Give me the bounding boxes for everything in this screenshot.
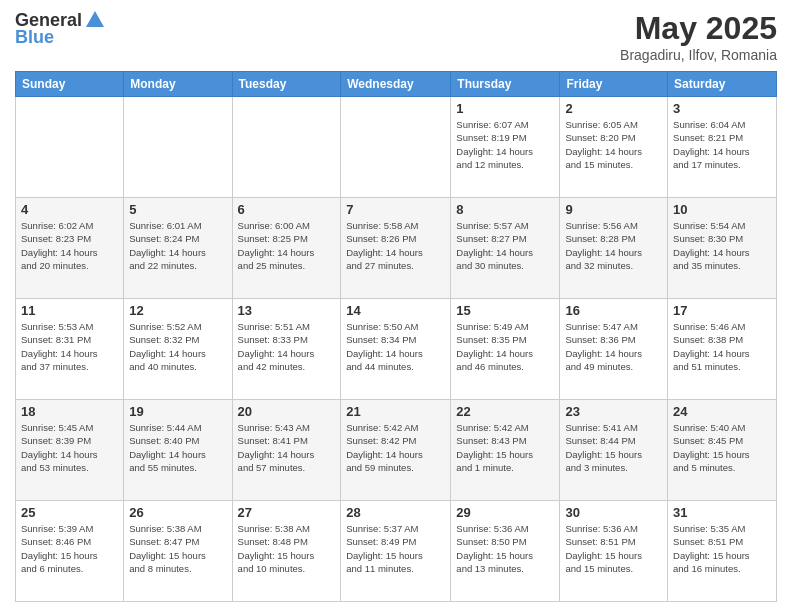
- calendar-week-row: 25Sunrise: 5:39 AM Sunset: 8:46 PM Dayli…: [16, 501, 777, 602]
- table-row: 10Sunrise: 5:54 AM Sunset: 8:30 PM Dayli…: [668, 198, 777, 299]
- day-info: Sunrise: 5:37 AM Sunset: 8:49 PM Dayligh…: [346, 522, 445, 575]
- day-number: 31: [673, 505, 771, 520]
- day-info: Sunrise: 5:53 AM Sunset: 8:31 PM Dayligh…: [21, 320, 118, 373]
- day-number: 1: [456, 101, 554, 116]
- day-number: 28: [346, 505, 445, 520]
- calendar-week-row: 4Sunrise: 6:02 AM Sunset: 8:23 PM Daylig…: [16, 198, 777, 299]
- table-row: 6Sunrise: 6:00 AM Sunset: 8:25 PM Daylig…: [232, 198, 341, 299]
- table-row: 16Sunrise: 5:47 AM Sunset: 8:36 PM Dayli…: [560, 299, 668, 400]
- table-row: 12Sunrise: 5:52 AM Sunset: 8:32 PM Dayli…: [124, 299, 232, 400]
- table-row: 27Sunrise: 5:38 AM Sunset: 8:48 PM Dayli…: [232, 501, 341, 602]
- logo-icon: [84, 9, 106, 31]
- calendar-week-row: 1Sunrise: 6:07 AM Sunset: 8:19 PM Daylig…: [16, 97, 777, 198]
- day-number: 24: [673, 404, 771, 419]
- table-row: 18Sunrise: 5:45 AM Sunset: 8:39 PM Dayli…: [16, 400, 124, 501]
- day-info: Sunrise: 5:58 AM Sunset: 8:26 PM Dayligh…: [346, 219, 445, 272]
- day-number: 18: [21, 404, 118, 419]
- table-row: 20Sunrise: 5:43 AM Sunset: 8:41 PM Dayli…: [232, 400, 341, 501]
- day-info: Sunrise: 5:38 AM Sunset: 8:48 PM Dayligh…: [238, 522, 336, 575]
- day-number: 27: [238, 505, 336, 520]
- day-info: Sunrise: 5:54 AM Sunset: 8:30 PM Dayligh…: [673, 219, 771, 272]
- header-wednesday: Wednesday: [341, 72, 451, 97]
- table-row: 11Sunrise: 5:53 AM Sunset: 8:31 PM Dayli…: [16, 299, 124, 400]
- header-tuesday: Tuesday: [232, 72, 341, 97]
- day-number: 5: [129, 202, 226, 217]
- header-thursday: Thursday: [451, 72, 560, 97]
- calendar-week-row: 18Sunrise: 5:45 AM Sunset: 8:39 PM Dayli…: [16, 400, 777, 501]
- day-number: 30: [565, 505, 662, 520]
- table-row: 26Sunrise: 5:38 AM Sunset: 8:47 PM Dayli…: [124, 501, 232, 602]
- day-number: 16: [565, 303, 662, 318]
- table-row: 8Sunrise: 5:57 AM Sunset: 8:27 PM Daylig…: [451, 198, 560, 299]
- day-info: Sunrise: 5:38 AM Sunset: 8:47 PM Dayligh…: [129, 522, 226, 575]
- day-number: 26: [129, 505, 226, 520]
- day-info: Sunrise: 5:57 AM Sunset: 8:27 PM Dayligh…: [456, 219, 554, 272]
- day-info: Sunrise: 6:00 AM Sunset: 8:25 PM Dayligh…: [238, 219, 336, 272]
- day-number: 13: [238, 303, 336, 318]
- day-number: 3: [673, 101, 771, 116]
- day-number: 10: [673, 202, 771, 217]
- day-info: Sunrise: 5:43 AM Sunset: 8:41 PM Dayligh…: [238, 421, 336, 474]
- day-number: 23: [565, 404, 662, 419]
- day-number: 2: [565, 101, 662, 116]
- day-info: Sunrise: 5:45 AM Sunset: 8:39 PM Dayligh…: [21, 421, 118, 474]
- table-row: 23Sunrise: 5:41 AM Sunset: 8:44 PM Dayli…: [560, 400, 668, 501]
- day-info: Sunrise: 5:44 AM Sunset: 8:40 PM Dayligh…: [129, 421, 226, 474]
- day-number: 25: [21, 505, 118, 520]
- title-block: May 2025 Bragadiru, Ilfov, Romania: [620, 10, 777, 63]
- day-number: 20: [238, 404, 336, 419]
- header: General Blue May 2025 Bragadiru, Ilfov, …: [15, 10, 777, 63]
- table-row: 19Sunrise: 5:44 AM Sunset: 8:40 PM Dayli…: [124, 400, 232, 501]
- table-row: [232, 97, 341, 198]
- table-row: 3Sunrise: 6:04 AM Sunset: 8:21 PM Daylig…: [668, 97, 777, 198]
- day-info: Sunrise: 5:39 AM Sunset: 8:46 PM Dayligh…: [21, 522, 118, 575]
- day-number: 4: [21, 202, 118, 217]
- day-number: 11: [21, 303, 118, 318]
- day-info: Sunrise: 5:36 AM Sunset: 8:51 PM Dayligh…: [565, 522, 662, 575]
- table-row: [124, 97, 232, 198]
- table-row: 5Sunrise: 6:01 AM Sunset: 8:24 PM Daylig…: [124, 198, 232, 299]
- day-info: Sunrise: 5:51 AM Sunset: 8:33 PM Dayligh…: [238, 320, 336, 373]
- day-info: Sunrise: 6:07 AM Sunset: 8:19 PM Dayligh…: [456, 118, 554, 171]
- day-number: 6: [238, 202, 336, 217]
- day-number: 21: [346, 404, 445, 419]
- day-number: 7: [346, 202, 445, 217]
- table-row: 31Sunrise: 5:35 AM Sunset: 8:51 PM Dayli…: [668, 501, 777, 602]
- day-info: Sunrise: 5:42 AM Sunset: 8:42 PM Dayligh…: [346, 421, 445, 474]
- calendar-week-row: 11Sunrise: 5:53 AM Sunset: 8:31 PM Dayli…: [16, 299, 777, 400]
- day-info: Sunrise: 5:56 AM Sunset: 8:28 PM Dayligh…: [565, 219, 662, 272]
- day-info: Sunrise: 5:35 AM Sunset: 8:51 PM Dayligh…: [673, 522, 771, 575]
- day-info: Sunrise: 6:05 AM Sunset: 8:20 PM Dayligh…: [565, 118, 662, 171]
- table-row: 9Sunrise: 5:56 AM Sunset: 8:28 PM Daylig…: [560, 198, 668, 299]
- table-row: [341, 97, 451, 198]
- day-number: 15: [456, 303, 554, 318]
- day-info: Sunrise: 5:49 AM Sunset: 8:35 PM Dayligh…: [456, 320, 554, 373]
- day-info: Sunrise: 5:41 AM Sunset: 8:44 PM Dayligh…: [565, 421, 662, 474]
- header-friday: Friday: [560, 72, 668, 97]
- day-info: Sunrise: 5:40 AM Sunset: 8:45 PM Dayligh…: [673, 421, 771, 474]
- table-row: 24Sunrise: 5:40 AM Sunset: 8:45 PM Dayli…: [668, 400, 777, 501]
- header-monday: Monday: [124, 72, 232, 97]
- day-info: Sunrise: 5:52 AM Sunset: 8:32 PM Dayligh…: [129, 320, 226, 373]
- table-row: [16, 97, 124, 198]
- table-row: 14Sunrise: 5:50 AM Sunset: 8:34 PM Dayli…: [341, 299, 451, 400]
- day-number: 12: [129, 303, 226, 318]
- table-row: 7Sunrise: 5:58 AM Sunset: 8:26 PM Daylig…: [341, 198, 451, 299]
- table-row: 30Sunrise: 5:36 AM Sunset: 8:51 PM Dayli…: [560, 501, 668, 602]
- logo-blue: Blue: [15, 27, 54, 48]
- calendar-location: Bragadiru, Ilfov, Romania: [620, 47, 777, 63]
- day-info: Sunrise: 5:50 AM Sunset: 8:34 PM Dayligh…: [346, 320, 445, 373]
- weekday-header-row: Sunday Monday Tuesday Wednesday Thursday…: [16, 72, 777, 97]
- table-row: 22Sunrise: 5:42 AM Sunset: 8:43 PM Dayli…: [451, 400, 560, 501]
- table-row: 21Sunrise: 5:42 AM Sunset: 8:42 PM Dayli…: [341, 400, 451, 501]
- logo: General Blue: [15, 10, 106, 48]
- table-row: 28Sunrise: 5:37 AM Sunset: 8:49 PM Dayli…: [341, 501, 451, 602]
- table-row: 1Sunrise: 6:07 AM Sunset: 8:19 PM Daylig…: [451, 97, 560, 198]
- day-number: 29: [456, 505, 554, 520]
- day-number: 17: [673, 303, 771, 318]
- table-row: 17Sunrise: 5:46 AM Sunset: 8:38 PM Dayli…: [668, 299, 777, 400]
- header-sunday: Sunday: [16, 72, 124, 97]
- table-row: 2Sunrise: 6:05 AM Sunset: 8:20 PM Daylig…: [560, 97, 668, 198]
- day-number: 22: [456, 404, 554, 419]
- table-row: 15Sunrise: 5:49 AM Sunset: 8:35 PM Dayli…: [451, 299, 560, 400]
